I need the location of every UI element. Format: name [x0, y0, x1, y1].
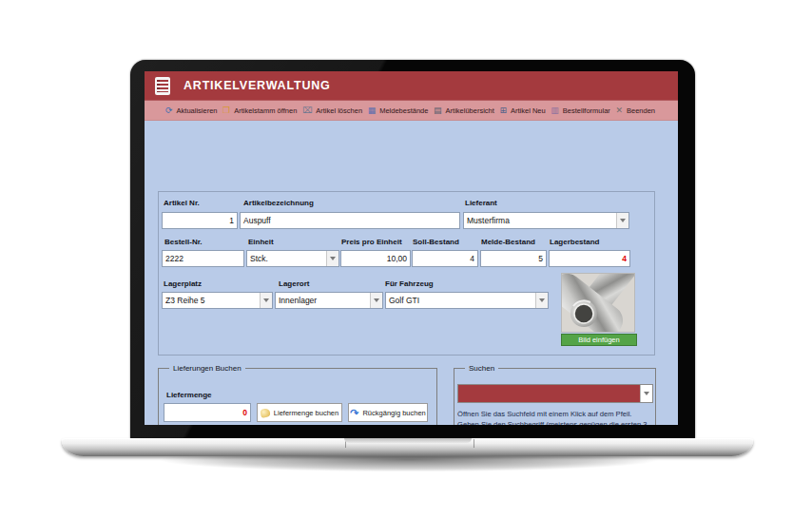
- lagerplatz-value: Z3 Reihe 5: [163, 296, 260, 305]
- bestell-nr-label: Bestell-Nr.: [164, 238, 203, 246]
- chevron-down-icon[interactable]: [326, 251, 338, 266]
- artikelbezeichnung-field[interactable]: Auspuff: [240, 212, 460, 229]
- bild-einfuegen-button[interactable]: Bild einfügen: [561, 334, 637, 346]
- chevron-down-icon[interactable]: [616, 213, 628, 228]
- soll-bestand-field[interactable]: 4: [412, 250, 478, 267]
- lagerort-label: Lagerort: [279, 279, 309, 288]
- close-icon: ✕: [615, 106, 623, 115]
- liefermenge-buchen-button[interactable]: Liefermenge buchen: [257, 403, 342, 422]
- artikel-nr-label: Artikel Nr.: [164, 199, 200, 207]
- suchen-legend: Suchen: [465, 364, 498, 373]
- melde-bestand-value: 5: [538, 254, 543, 263]
- lieferant-label: Lieferant: [465, 199, 497, 207]
- undo-arrow-icon: ↷: [350, 408, 358, 417]
- article-list-icon: [155, 77, 170, 95]
- chevron-down-icon[interactable]: [640, 385, 652, 402]
- lagerbestand-value: 4: [622, 254, 627, 263]
- toolbar: ⟳ Aktualisieren ❐ Artikelstamm öffnen ⌧ …: [145, 100, 678, 121]
- laptop-mockup: ARTIKELVERWALTUNG ⟳ Aktualisieren ❐ Arti…: [0, 0, 812, 519]
- artikel-nr-value: 1: [229, 216, 234, 225]
- artikel-nr-field[interactable]: 1: [162, 212, 238, 229]
- order-form-icon: ▥: [551, 106, 559, 115]
- lagerplatz-label: Lagerplatz: [164, 279, 202, 288]
- lagerort-value: Innenlager: [276, 296, 370, 305]
- toolbar-label: Artikel Neu: [511, 106, 546, 115]
- rueckgaengig-buchen-label: Rückgängig buchen: [362, 409, 425, 417]
- new-record-icon: ⊞: [499, 106, 507, 115]
- refresh-icon: ⟳: [165, 106, 173, 115]
- melde-bestand-label: Melde-Bestand: [481, 238, 535, 246]
- suchen-field-value: [458, 385, 640, 402]
- toolbar-label: Bestellformular: [563, 106, 610, 115]
- folder-open-icon: ❐: [222, 106, 230, 115]
- toolbar-button-meldebestaende[interactable]: ▦ Meldebestände: [368, 106, 429, 115]
- chevron-down-icon[interactable]: [535, 293, 548, 308]
- toolbar-button-artikel-neu[interactable]: ⊞ Artikel Neu: [499, 106, 545, 115]
- toolbar-button-artikeluebersicht[interactable]: ▤ Artikelübersicht: [434, 106, 494, 115]
- lid-notch: [344, 438, 472, 443]
- bestell-nr-field[interactable]: 2222: [162, 250, 244, 267]
- suchen-hint-text: Öffnen Sie das Suchfeld mit einem Klick …: [457, 409, 655, 425]
- laptop-screen: ARTIKELVERWALTUNG ⟳ Aktualisieren ❐ Arti…: [145, 71, 678, 425]
- lagerbestand-label: Lagerbestand: [550, 238, 599, 246]
- preis-label: Preis pro Einheit: [341, 238, 402, 246]
- toolbar-label: Aktualisieren: [177, 106, 218, 115]
- einheit-combobox[interactable]: Stck.: [246, 250, 339, 267]
- toolbar-label: Artikel löschen: [316, 106, 362, 115]
- chevron-down-icon[interactable]: [260, 293, 272, 308]
- book-delivery-icon: [260, 408, 271, 418]
- lagerplatz-combobox[interactable]: Z3 Reihe 5: [162, 292, 273, 309]
- preis-field[interactable]: 10,00: [340, 250, 411, 267]
- hinge-seam-right: [474, 439, 474, 448]
- fuer-fahrzeug-combobox[interactable]: Golf GTI: [385, 292, 549, 309]
- toolbar-label: Meldebestände: [379, 106, 428, 115]
- liefermenge-buchen-label: Liefermenge buchen: [274, 409, 338, 417]
- preis-value: 10,00: [387, 254, 407, 263]
- delete-icon: ⌧: [302, 106, 312, 115]
- rueckgaengig-buchen-button[interactable]: ↷ Rückgängig buchen: [348, 403, 428, 422]
- lagerbestand-field[interactable]: 4: [549, 250, 630, 267]
- form-body: Artikel Nr. Artikelbezeichnung Lieferant…: [145, 121, 678, 425]
- artikelbezeichnung-value: Auspuff: [243, 216, 271, 225]
- toolbar-button-bestellformular[interactable]: ▥ Bestellformular: [551, 106, 610, 115]
- suchen-combobox[interactable]: [457, 384, 653, 403]
- toolbar-label: Beenden: [627, 106, 655, 115]
- toolbar-button-beenden[interactable]: ✕ Beenden: [615, 106, 655, 115]
- page-title: ARTIKELVERWALTUNG: [184, 79, 331, 92]
- chevron-down-icon[interactable]: [370, 293, 382, 308]
- toolbar-label: Artikelübersicht: [446, 106, 494, 115]
- fuer-fahrzeug-value: Golf GTI: [386, 296, 535, 305]
- liefermenge-label: Liefermenge: [166, 391, 212, 399]
- lieferant-value: Musterfirma: [464, 216, 616, 225]
- einheit-label: Einheit: [248, 238, 274, 246]
- toolbar-button-artikelstamm-oeffnen[interactable]: ❐ Artikelstamm öffnen: [222, 106, 297, 115]
- melde-bestand-field[interactable]: 5: [480, 250, 547, 267]
- laptop-base: [62, 438, 753, 456]
- toolbar-label: Artikelstamm öffnen: [234, 106, 297, 115]
- liefermenge-field[interactable]: 0: [164, 403, 251, 422]
- article-photo: [561, 273, 635, 333]
- app-titlebar: ARTIKELVERWALTUNG: [145, 71, 678, 100]
- einheit-value: Stck.: [247, 254, 326, 263]
- bestell-nr-value: 2222: [165, 254, 184, 263]
- lieferant-combobox[interactable]: Musterfirma: [463, 212, 629, 229]
- soll-bestand-label: Soll-Bestand: [413, 238, 459, 246]
- lieferungen-buchen-legend: Lieferungen Buchen: [169, 364, 245, 373]
- artikelbezeichnung-label: Artikelbezeichnung: [243, 199, 314, 207]
- liefermenge-value: 0: [242, 408, 247, 417]
- toolbar-button-artikel-loeschen[interactable]: ⌧ Artikel löschen: [302, 106, 362, 115]
- fuer-fahrzeug-label: Für Fahrzeug: [385, 279, 434, 288]
- toolbar-button-aktualisieren[interactable]: ⟳ Aktualisieren: [165, 106, 218, 115]
- soll-bestand-value: 4: [470, 254, 474, 263]
- overview-icon: ▤: [434, 106, 442, 115]
- lagerort-combobox[interactable]: Innenlager: [275, 292, 383, 309]
- report-icon: ▦: [368, 106, 377, 115]
